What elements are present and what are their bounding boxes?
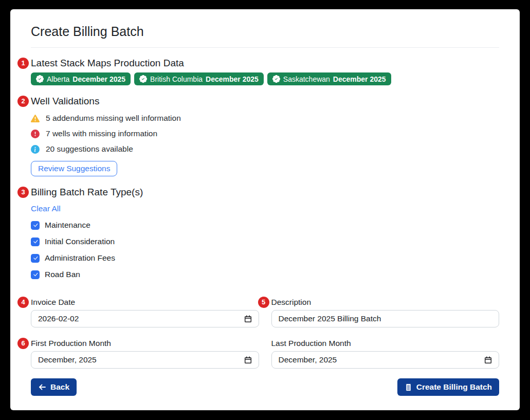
status-badge: Alberta December 2025 [31,72,131,85]
step-1-badge: 1 [17,58,29,69]
section-well-validations: 2 Well Validations [31,95,499,107]
badge-region: British Columbia [150,75,203,83]
patch-check-icon [36,75,44,83]
invoice-date-label: Invoice Date [31,297,75,307]
section-rate-types: 3 Billing Batch Rate Type(s) [31,186,499,198]
last-production-month-input[interactable] [279,355,485,364]
error-circle-icon [31,130,40,138]
create-billing-batch-panel: Create Billing Batch 1 Latest Stack Maps… [10,9,520,410]
calendar-icon[interactable] [244,356,252,364]
validation-error-row: 7 wells with missing information [31,129,499,138]
description-input[interactable] [279,314,492,323]
badge-region: Alberta [47,75,69,83]
validation-text: 20 suggestions available [46,144,133,154]
badge-date: December 2025 [72,75,125,83]
last-production-month-input-wrapper [271,351,500,369]
warning-triangle-icon [31,114,40,123]
production-data-heading: Latest Stack Maps Production Data [31,57,184,69]
step-4-badge: 4 [17,297,29,308]
step-3-badge: 3 [17,187,29,198]
checkbox-label[interactable]: Road Ban [45,270,80,279]
description-label: Description [271,297,312,307]
rate-type-road-ban[interactable]: Road Ban [31,270,499,279]
form-grid: 4 Invoice Date 5 Description 6 Firs [31,297,499,369]
validation-text: 5 addendums missing well information [46,114,181,123]
step-6-badge: 6 [17,338,29,349]
clear-all-link[interactable]: Clear All [31,204,61,213]
page-title: Create Billing Batch [31,24,499,39]
create-billing-batch-label: Create Billing Batch [416,382,492,392]
review-suggestions-button[interactable]: Review Suggestions [31,161,117,176]
rate-type-initial-consideration[interactable]: Initial Consideration [31,237,499,246]
validation-info-row: 20 suggestions available [31,144,499,154]
info-circle-icon [31,145,40,154]
road-ban-checkbox[interactable] [31,270,40,279]
calendar-icon[interactable] [484,356,492,364]
invoice-date-input-wrapper [31,310,259,327]
checkbox-label[interactable]: Maintenance [45,221,90,230]
maintenance-checkbox[interactable] [31,221,40,230]
patch-check-icon [272,75,280,83]
last-production-month-label: Last Production Month [271,338,351,348]
create-billing-batch-button[interactable]: Create Billing Batch [397,378,499,396]
validation-text: 7 wells with missing information [46,129,157,138]
status-badge: Saskatchewan December 2025 [267,72,391,85]
description-input-wrapper [271,310,500,327]
invoice-date-field-group: 4 Invoice Date [31,297,259,327]
last-production-month-field-group: Last Production Month [271,338,500,369]
first-production-month-input-wrapper [31,351,259,369]
validation-warning-row: 5 addendums missing well information [31,114,499,123]
status-badge: British Columbia December 2025 [134,72,264,85]
first-production-month-field-group: 6 First Production Month [31,338,259,369]
badge-date: December 2025 [206,75,259,83]
invoice-date-input[interactable] [38,314,244,323]
production-badges-row: Alberta December 2025 British Columbia D… [31,72,499,85]
first-production-month-input[interactable] [38,355,244,364]
first-production-month-label: First Production Month [31,338,111,348]
badge-region: Saskatchewan [283,75,330,83]
rate-type-maintenance[interactable]: Maintenance [31,221,499,230]
back-button[interactable]: Back [31,378,77,396]
rate-type-administration-fees[interactable]: Administration Fees [31,253,499,263]
checkbox-label[interactable]: Administration Fees [45,253,115,263]
initial-consideration-checkbox[interactable] [31,238,40,246]
section-production-data: 1 Latest Stack Maps Production Data [31,57,499,69]
well-validations-heading: Well Validations [31,95,99,107]
back-button-label: Back [50,382,69,392]
calendar-icon[interactable] [244,315,252,323]
actions-row: Back Create Billing Batch [31,378,499,396]
patch-check-icon [139,75,147,83]
title-divider [31,47,499,48]
receipt-icon [405,384,412,391]
arrow-left-icon [38,383,46,391]
rate-types-heading: Billing Batch Rate Type(s) [31,186,143,198]
step-5-badge: 5 [258,297,269,308]
description-field-group: 5 Description [271,297,500,327]
step-2-badge: 2 [17,96,29,107]
administration-fees-checkbox[interactable] [31,254,40,263]
badge-date: December 2025 [333,75,386,83]
checkbox-label[interactable]: Initial Consideration [45,237,115,246]
